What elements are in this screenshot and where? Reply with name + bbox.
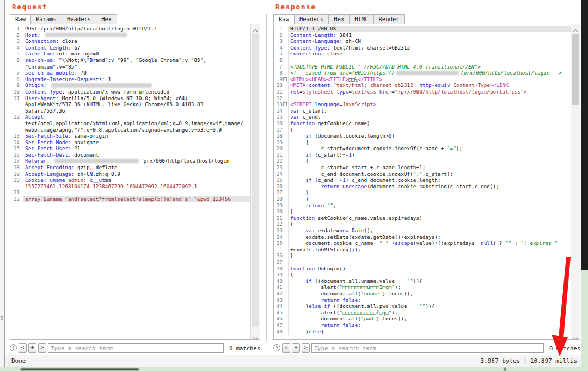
code-line: 40 if ((document.all.uname.value == ""))…	[274, 278, 571, 285]
code-line: AppleWebKit/537.36 (KHTML, like Gecko) C…	[10, 101, 250, 108]
fold-gutter	[283, 271, 288, 278]
scrollbar-thumb[interactable]	[252, 33, 259, 327]
edge-fragment-text: 5	[1, 316, 3, 321]
panel-splitter[interactable]	[266, 14, 267, 341]
fold-gutter	[283, 310, 288, 316]
code-line: 16Sec-Fetch-Dest: document	[10, 152, 250, 158]
code-line: 37	[274, 259, 571, 265]
response-match-count: 0 matches	[546, 345, 580, 351]
line-number: 5	[274, 51, 283, 57]
line-number: 20	[274, 145, 283, 152]
blurred-text-fragment	[21, 368, 139, 370]
request-search-input[interactable]	[48, 343, 224, 353]
line-number: 18	[10, 164, 20, 171]
scroll-down-icon[interactable]	[251, 331, 260, 339]
code-line: 24 c_end=document.cookie.indexOf(";",c_s…	[274, 171, 571, 177]
code-line: 14var c_start;	[274, 108, 571, 114]
response-code-area[interactable]: 1HTTP/1.1 200 OK2Content-Length: 38413Co…	[274, 26, 571, 339]
tab-render[interactable]: Render	[373, 14, 405, 24]
fold-toggle-icon[interactable]	[283, 76, 288, 83]
code-line: 6sec-ch-ua: "\\Not;A\"Brand";v="99", "Go…	[10, 57, 250, 64]
scrollbar-thumb[interactable]	[572, 34, 579, 105]
redacted-text	[54, 159, 139, 163]
code-line: Safari/537.36	[10, 108, 250, 114]
response-message-editor[interactable]: 1HTTP/1.1 200 OK2Content-Length: 38413Co…	[273, 24, 580, 340]
fold-toggle-icon[interactable]	[283, 101, 288, 108]
fold-gutter	[283, 127, 288, 133]
code-line: 22 {	[274, 158, 571, 164]
scroll-up-icon[interactable]	[571, 25, 580, 33]
fold-gutter	[283, 152, 288, 158]
code-line: 1HTTP/1.1 200 OK	[274, 26, 571, 32]
tab-raw[interactable]: Raw	[10, 14, 31, 25]
line-number: 20	[10, 177, 20, 183]
line-number: 33	[274, 227, 283, 234]
code-line: 13Sec-Fetch-Site: same-origin	[10, 133, 250, 139]
code-line: text/html,application/xhtml+xml,applicat…	[10, 120, 250, 127]
request-code-area[interactable]: 1POST /prx/000/http/localhost/login HTTP…	[10, 26, 250, 339]
code-line: 41 alert("□□□□□□□□ú□□□Ï□q□");	[274, 284, 571, 290]
search-add-button[interactable]: +	[28, 343, 36, 353]
scroll-down-icon[interactable]	[571, 331, 580, 339]
line-number: 5	[10, 51, 20, 57]
code-line: 26 return unescape(document.cookie.subst…	[274, 183, 571, 190]
line-number: 40	[274, 278, 283, 285]
fold-gutter	[283, 64, 288, 70]
response-tab-bar: RawHeadersHexHTMLRender	[273, 14, 404, 24]
search-prev-button[interactable]: <	[19, 343, 27, 353]
line-number: 7	[274, 64, 283, 70]
code-line: 7sec-ch-ua-mobile: ?0	[10, 70, 250, 76]
scroll-up-icon[interactable]	[251, 25, 260, 33]
line-number: 17	[274, 127, 283, 133]
request-scrollbar[interactable]	[250, 24, 260, 339]
tab-headers[interactable]: Headers	[62, 14, 96, 24]
fold-gutter	[283, 278, 288, 285]
tab-hex[interactable]: Hex	[328, 14, 350, 24]
tab-html[interactable]: HTML	[349, 14, 373, 24]
code-line: 8Upgrade-Insecure-Requests: 1	[10, 76, 250, 83]
search-help-icon[interactable]: ?	[10, 344, 17, 351]
response-scrollbar[interactable]	[571, 24, 580, 339]
fold-gutter	[283, 208, 288, 215]
code-line: 4Content-Length: 67	[10, 45, 250, 51]
line-number: 9	[10, 82, 20, 89]
status-metrics: 3,967 bytes|10,897 millis	[480, 357, 577, 364]
line-number: 15	[10, 145, 20, 152]
search-prev-button[interactable]: <	[282, 343, 290, 353]
search-next-button[interactable]: >	[302, 343, 310, 353]
redacted-text	[51, 83, 152, 88]
line-number: 36	[274, 252, 283, 259]
line-number: 11	[274, 89, 283, 95]
tab-raw[interactable]: Raw	[273, 14, 295, 25]
line-number: 12	[274, 95, 283, 102]
fold-gutter	[283, 303, 288, 310]
line-number: 13	[10, 133, 20, 139]
fold-gutter	[283, 89, 288, 95]
line-number: 22	[10, 196, 20, 202]
request-message-editor[interactable]: 1POST /prx/000/http/localhost/login HTTP…	[10, 24, 260, 340]
code-line: 8<!-- saved from url=(0055)https:///prx/…	[274, 70, 571, 76]
fold-gutter	[283, 259, 288, 265]
code-line: 1557273461.1268104174.1238467299.1604472…	[10, 183, 250, 190]
code-line: 46 document.all('pwd').focus();	[274, 316, 571, 322]
fold-gutter	[283, 290, 288, 297]
search-add-button[interactable]: +	[292, 343, 300, 353]
tab-headers[interactable]: Headers	[294, 14, 329, 24]
search-next-button[interactable]: >	[38, 343, 46, 353]
line-number: 1	[10, 26, 20, 32]
line-number: 15	[274, 114, 283, 120]
tab-hex[interactable]: Hex	[96, 14, 117, 24]
response-search-input[interactable]	[311, 343, 544, 353]
code-line: 10Content-Type: application/x-www-form-u…	[10, 89, 250, 95]
code-line: 19 {	[274, 139, 571, 146]
line-number: 10	[274, 82, 283, 89]
fold-gutter	[283, 164, 288, 171]
search-help-icon[interactable]: ?	[273, 344, 280, 351]
line-number: 2	[274, 32, 283, 39]
request-tab-bar: RawParamsHeadersHex	[10, 14, 117, 24]
line-number: 39	[274, 271, 283, 278]
line-number: 10	[10, 89, 20, 95]
code-line: 5Connection: close	[274, 51, 571, 57]
code-line: 47 return false;	[274, 322, 571, 329]
tab-params[interactable]: Params	[30, 14, 62, 24]
